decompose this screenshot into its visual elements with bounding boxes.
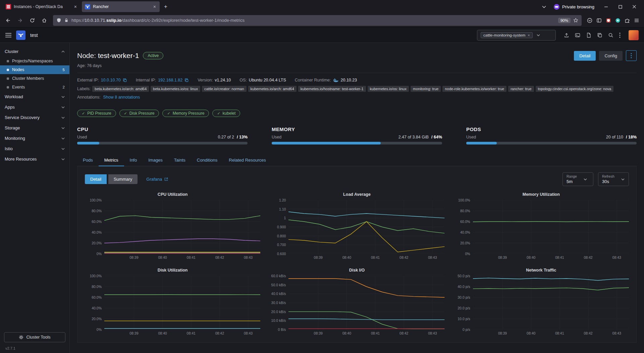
sidebar-group[interactable]: More Resources — [0, 154, 69, 164]
detail-view-button[interactable]: Detail — [574, 51, 596, 61]
chart-title: Network Traffic — [453, 268, 629, 273]
tab-label: Info — [130, 158, 137, 163]
extension-icon-teal[interactable] — [615, 18, 621, 23]
sidebar-group[interactable]: Istio — [0, 143, 69, 154]
forward-button[interactable] — [15, 15, 25, 26]
range-select[interactable]: Range 5m — [562, 172, 593, 186]
app-menu-icon[interactable] — [634, 18, 639, 23]
check-icon: ✓ — [217, 111, 220, 116]
url-bar[interactable]: https://10.0.10.71.sslip.io/dashboard/c/… — [53, 15, 582, 26]
cluster-tools-button[interactable]: Cluster Tools — [4, 332, 65, 342]
rancher-header: test cattle-monitoring-system × — [0, 27, 644, 43]
chart-y-axis: 1.201.1010.9000.8000.7000.600 — [269, 200, 288, 254]
gauge-amount: 20 of 110 — [606, 135, 623, 139]
chart-plot — [288, 200, 444, 254]
sidebar-item-events[interactable]: Events 2 — [0, 83, 69, 92]
bookmark-star-icon[interactable] — [573, 18, 578, 23]
copy-icon[interactable] — [184, 78, 189, 82]
resource-tab[interactable]: Taints — [168, 155, 191, 166]
tab-label: Metrics — [104, 158, 118, 163]
resource-tab[interactable]: Conditions — [191, 155, 223, 166]
tab-close-icon[interactable]: × — [153, 4, 157, 9]
sidebar-group[interactable]: Monitoring — [0, 133, 69, 143]
tracking-protection-shield-icon[interactable] — [56, 18, 61, 23]
copy-kubeconfig-icon[interactable] — [597, 33, 602, 38]
resource-tab[interactable]: Pods — [77, 155, 99, 166]
resource-tab[interactable]: Metrics — [99, 155, 124, 166]
chevron-down-icon — [61, 137, 65, 139]
node-actions-kebab-button[interactable] — [626, 50, 637, 61]
grafana-link[interactable]: Grafana — [146, 177, 168, 182]
rancher-favicon — [85, 4, 90, 9]
os-value: Ubuntu 20.04.4 LTS — [249, 78, 286, 82]
sidebar-group[interactable]: Apps — [0, 102, 69, 112]
connection-lock-icon[interactable] — [64, 18, 69, 23]
sidebar-toggle-icon[interactable] — [596, 18, 602, 23]
detail-summary-toggle: Detail Summary — [85, 174, 138, 184]
browser-tab-rancher[interactable]: Rancher × — [82, 1, 160, 12]
back-button[interactable] — [3, 15, 13, 26]
external-ip-value[interactable]: 10.0.10.70 — [101, 78, 121, 82]
reload-button[interactable] — [27, 15, 38, 26]
copy-icon[interactable] — [123, 78, 127, 82]
extensions-puzzle-icon[interactable] — [625, 18, 630, 23]
sidebar-group[interactable]: Storage — [0, 123, 69, 133]
resource-tab[interactable]: Info — [124, 155, 143, 166]
kebab-menu-icon — [631, 53, 632, 58]
show-annotations-link[interactable]: Show 8 annotations — [103, 95, 140, 100]
browser-tab-openstack[interactable]: Instances - OpenStack Da × — [3, 1, 80, 12]
node-label-chip: beta.kubernetes.io/arch: amd64 — [92, 86, 149, 92]
namespace-filter-chip: cattle-monitoring-system × — [481, 32, 533, 38]
chart-memory-utilization: Memory Utilization 100.0%80.0%60.0%40.0%… — [453, 192, 629, 260]
check-icon: ✓ — [167, 111, 170, 116]
download-kubeconfig-icon[interactable] — [586, 33, 591, 38]
close-button[interactable] — [627, 0, 641, 13]
sidebar-group-label: More Resources — [5, 157, 37, 162]
tab-close-icon[interactable]: × — [73, 4, 77, 9]
refresh-select[interactable]: Refresh 30s — [598, 172, 629, 186]
zoom-level-badge[interactable]: 90% — [558, 18, 571, 23]
node-label-chip: node-role.kubernetes.io/worker: true — [442, 86, 506, 92]
list-all-tabs-chevron-icon[interactable] — [539, 2, 549, 12]
resource-tab[interactable]: Related Resources — [223, 155, 272, 166]
cluster-name[interactable]: test — [30, 33, 38, 38]
resource-tab[interactable]: Images — [143, 155, 168, 166]
chart-plot — [288, 276, 444, 330]
metrics-detail-button[interactable]: Detail — [85, 174, 107, 184]
condition-badge: ✓ PID Pressure — [77, 110, 116, 117]
grafana-label: Grafana — [146, 177, 162, 182]
search-icon[interactable] — [608, 33, 613, 38]
sidebar-item-label: Projects/Namespaces — [12, 59, 53, 63]
sidebar-group[interactable]: Workload — [0, 92, 69, 102]
sidebar-item-nodes[interactable]: Nodes 5 — [0, 65, 69, 74]
home-button[interactable] — [39, 15, 50, 26]
sidebar-item-projects-namespaces[interactable]: Projects/Namespaces — [0, 57, 69, 65]
import-yaml-icon[interactable] — [564, 33, 569, 38]
gauge-title: PODS — [466, 126, 637, 132]
item-count-badge: 5 — [63, 68, 65, 72]
pocket-icon[interactable] — [587, 18, 592, 23]
chevron-up-icon — [61, 51, 65, 53]
tab-label: Related Resources — [229, 158, 266, 163]
kebab-menu-icon[interactable] — [619, 33, 621, 38]
chevron-down-icon — [61, 117, 65, 119]
gauge-fill — [466, 142, 497, 144]
rancher-logo[interactable] — [16, 31, 25, 40]
namespace-filter-select[interactable]: cattle-monitoring-system × — [477, 30, 556, 41]
new-tab-button[interactable]: + — [161, 2, 170, 11]
sidebar-item-cluster-members[interactable]: Cluster Members — [0, 74, 69, 83]
extension-icon-red-shield[interactable] — [606, 18, 611, 23]
maximize-button[interactable] — [613, 0, 627, 13]
sidebar-group[interactable]: Service Discovery — [0, 112, 69, 123]
remove-filter-icon[interactable]: × — [528, 33, 530, 37]
minimize-button[interactable] — [599, 0, 613, 13]
user-avatar[interactable] — [629, 30, 639, 40]
gauge-amount: 0.27 of 2 — [218, 135, 234, 139]
hamburger-menu-icon[interactable] — [5, 33, 11, 38]
sidebar-group-cluster[interactable]: Cluster — [0, 46, 69, 57]
metrics-summary-button[interactable]: Summary — [108, 174, 138, 184]
container-runtime-value: 20.10.23 — [341, 78, 357, 82]
internal-ip-value[interactable]: 192.168.1.82 — [158, 78, 182, 82]
config-view-button[interactable]: Config — [599, 51, 623, 61]
kubectl-shell-icon[interactable] — [575, 33, 580, 38]
